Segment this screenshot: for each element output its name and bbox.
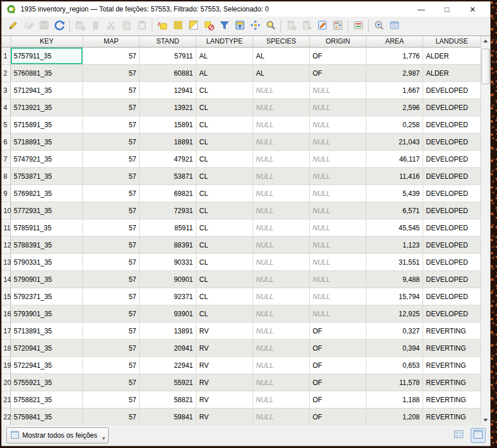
cell-origin[interactable]: OF	[310, 374, 366, 391]
scroll-up-button[interactable]	[481, 36, 490, 46]
cell-key[interactable]: 5772931_35	[11, 202, 83, 219]
column-header-area[interactable]: AREA	[366, 36, 423, 48]
row-number-cell[interactable]: 20	[2, 374, 11, 391]
cell-stand[interactable]: 57911	[140, 48, 196, 65]
row-number-cell[interactable]: 12	[2, 237, 11, 254]
row-number-cell[interactable]: 7	[2, 151, 11, 168]
cell-map[interactable]: 57	[83, 116, 140, 133]
cell-key[interactable]: 5713921_35	[11, 99, 83, 116]
cell-key[interactable]: 5769821_35	[11, 185, 83, 202]
cell-map[interactable]: 57	[83, 48, 140, 65]
column-header-landuse[interactable]: LANDUSE	[423, 36, 480, 48]
cell-area[interactable]: 5,439	[366, 185, 423, 202]
cell-species[interactable]: NULL	[253, 219, 310, 237]
row-number-cell[interactable]: 4	[2, 99, 11, 116]
row-number-cell[interactable]: 22	[2, 408, 11, 425]
toggle-editing-button[interactable]	[5, 18, 21, 34]
column-header-origin[interactable]: ORIGIN	[310, 36, 366, 48]
cell-map[interactable]: 57	[83, 357, 140, 374]
cell-area[interactable]: 1,188	[366, 391, 423, 408]
corner-header[interactable]	[2, 36, 11, 48]
cell-landtype[interactable]: AL	[196, 65, 253, 82]
cell-map[interactable]: 57	[83, 408, 140, 425]
cell-landtype[interactable]: CL	[196, 185, 253, 202]
cell-map[interactable]: 57	[83, 271, 140, 288]
row-number-cell[interactable]: 9	[2, 185, 11, 202]
cell-key[interactable]: 5713891_35	[11, 323, 83, 340]
cell-area[interactable]: 0,394	[366, 340, 423, 357]
cell-key[interactable]: 5785911_35	[11, 219, 83, 237]
cell-landuse[interactable]: REVERTING	[423, 374, 480, 391]
cell-landuse[interactable]: DEVELOPED	[423, 99, 480, 116]
cell-stand[interactable]: 20941	[140, 340, 196, 357]
reload-button[interactable]	[52, 18, 67, 34]
cell-species[interactable]: NULL	[253, 288, 310, 305]
row-number-cell[interactable]: 1	[2, 48, 11, 65]
row-number-cell[interactable]: 14	[2, 271, 11, 288]
cell-species[interactable]: AL	[253, 48, 310, 65]
cell-origin[interactable]: OF	[310, 391, 366, 408]
cell-landuse[interactable]: DEVELOPED	[423, 219, 480, 237]
cell-stand[interactable]: 59841	[140, 408, 196, 425]
cell-stand[interactable]: 85911	[140, 219, 196, 237]
cell-map[interactable]: 57	[83, 219, 140, 237]
cell-key[interactable]: 5760881_35	[11, 65, 83, 82]
cell-area[interactable]: 11,416	[366, 168, 423, 185]
cell-landuse[interactable]: REVERTING	[423, 323, 480, 340]
move-selection-to-top-button[interactable]	[232, 18, 247, 34]
cell-landuse[interactable]: ALDER	[423, 48, 480, 65]
cell-origin[interactable]: NULL	[310, 305, 366, 323]
cell-landtype[interactable]: CL	[196, 116, 253, 133]
edit-field-button[interactable]	[314, 18, 330, 34]
cell-stand[interactable]: 92371	[140, 288, 196, 305]
row-number-cell[interactable]: 8	[2, 168, 11, 185]
cell-stand[interactable]: 72931	[140, 202, 196, 219]
cell-landuse[interactable]: DEVELOPED	[423, 271, 480, 288]
cell-key[interactable]: 5790901_35	[11, 271, 83, 288]
cell-origin[interactable]: NULL	[310, 168, 366, 185]
cell-origin[interactable]: NULL	[310, 219, 366, 237]
cell-landuse[interactable]: DEVELOPED	[423, 237, 480, 254]
cell-map[interactable]: 57	[83, 82, 140, 99]
cell-stand[interactable]: 53871	[140, 168, 196, 185]
cell-landtype[interactable]: CL	[196, 219, 253, 237]
cell-map[interactable]: 57	[83, 151, 140, 168]
column-header-stand[interactable]: STAND	[140, 36, 196, 48]
cell-map[interactable]: 57	[83, 202, 140, 219]
cell-stand[interactable]: 13921	[140, 99, 196, 116]
cell-species[interactable]: NULL	[253, 305, 310, 323]
deselect-all-button[interactable]	[201, 18, 216, 34]
cell-species[interactable]: NULL	[253, 408, 310, 425]
cell-species[interactable]: NULL	[253, 151, 310, 168]
cell-origin[interactable]: OF	[310, 323, 366, 340]
cell-species[interactable]: NULL	[253, 254, 310, 271]
cell-species[interactable]: NULL	[253, 340, 310, 357]
cell-stand[interactable]: 18891	[140, 133, 196, 151]
cell-key[interactable]: 5788391_35	[11, 237, 83, 254]
cell-landuse[interactable]: DEVELOPED	[423, 116, 480, 133]
cell-landtype[interactable]: CL	[196, 305, 253, 323]
cell-species[interactable]: NULL	[253, 82, 310, 99]
cell-origin[interactable]: NULL	[310, 271, 366, 288]
cell-stand[interactable]: 13891	[140, 323, 196, 340]
cell-stand[interactable]: 88391	[140, 237, 196, 254]
column-header-key[interactable]: KEY	[11, 36, 83, 48]
scroll-down-button[interactable]	[481, 415, 490, 425]
cell-key[interactable]: 5758821_35	[11, 391, 83, 408]
cell-area[interactable]: 0,653	[366, 357, 423, 374]
column-header-species[interactable]: SPECIES	[253, 36, 310, 48]
cell-landtype[interactable]: CL	[196, 133, 253, 151]
cell-key[interactable]: 5757911_35	[11, 48, 83, 65]
row-number-cell[interactable]: 16	[2, 305, 11, 323]
select-all-button[interactable]	[170, 18, 186, 34]
cell-map[interactable]: 57	[83, 305, 140, 323]
cell-landuse[interactable]: DEVELOPED	[423, 202, 480, 219]
cell-landuse[interactable]: DEVELOPED	[423, 305, 480, 323]
cell-area[interactable]: 2,596	[366, 99, 423, 116]
cell-origin[interactable]: NULL	[310, 151, 366, 168]
cell-area[interactable]: 46,117	[366, 151, 423, 168]
cell-origin[interactable]: NULL	[310, 82, 366, 99]
filter-mode-button[interactable]: Mostrar todos os feições ▾	[6, 427, 109, 443]
maximize-button[interactable]: □	[434, 2, 460, 17]
cell-landtype[interactable]: CL	[196, 82, 253, 99]
